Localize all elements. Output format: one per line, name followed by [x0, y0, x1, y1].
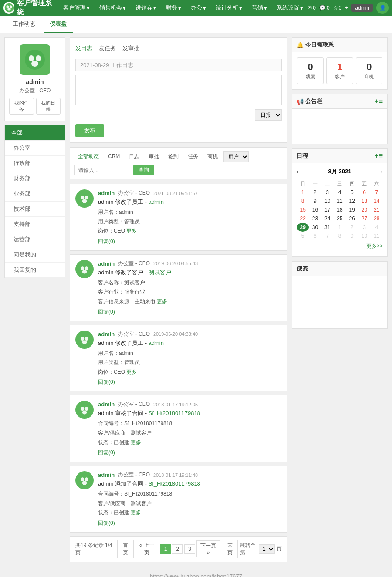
- msg-icon[interactable]: 💬 0: [319, 5, 330, 11]
- post-content-textarea[interactable]: [75, 75, 282, 105]
- calendar-day[interactable]: 11: [371, 232, 383, 240]
- calendar-day[interactable]: 5: [346, 188, 358, 197]
- calendar-day[interactable]: 4: [371, 223, 383, 232]
- post-type-select[interactable]: 日报 周报 月报: [255, 109, 282, 121]
- post-submit-button[interactable]: 发布: [75, 124, 104, 137]
- calendar-day[interactable]: 11: [334, 197, 346, 206]
- sidebar-item-business[interactable]: 业务部: [5, 186, 65, 202]
- activity-link[interactable]: Sf_Ht201801179818: [149, 410, 200, 416]
- activity-link[interactable]: admin: [149, 340, 164, 346]
- calendar-day[interactable]: 28: [371, 214, 383, 223]
- calendar-day[interactable]: 31: [321, 223, 334, 232]
- activity-more-link[interactable]: 更多: [157, 298, 167, 304]
- nav-item-finance[interactable]: 财务 ▾: [162, 0, 186, 16]
- page-2-button[interactable]: 2: [172, 544, 183, 554]
- last-page-button[interactable]: 末页: [222, 540, 238, 558]
- sidebar-item-mine[interactable]: 同是我的: [5, 247, 65, 263]
- nav-item-settings[interactable]: 系统设置 ▾: [272, 0, 308, 16]
- calendar-day[interactable]: 2: [309, 188, 321, 197]
- calendar-day[interactable]: 4: [334, 188, 346, 197]
- post-tab-task[interactable]: 发任务: [99, 43, 116, 54]
- calendar-day[interactable]: 23: [309, 214, 321, 223]
- calendar-day[interactable]: 8: [334, 232, 346, 240]
- calendar-day[interactable]: 13: [358, 197, 370, 206]
- calendar-day[interactable]: 3: [321, 188, 334, 197]
- calendar-more-link[interactable]: 更多>>: [366, 243, 383, 249]
- post-tab-approval[interactable]: 发审批: [122, 43, 139, 54]
- calendar-day[interactable]: 26: [346, 214, 358, 223]
- page-3-button[interactable]: 3: [184, 544, 195, 554]
- calendar-day[interactable]: 6: [309, 232, 321, 240]
- calendar-prev-button[interactable]: ‹: [297, 168, 299, 175]
- sidebar-item-replied[interactable]: 我回复的: [5, 263, 65, 278]
- prev-page-button[interactable]: « 上一页: [135, 540, 159, 558]
- activity-reply-link[interactable]: 回复(0): [98, 308, 115, 316]
- activity-more-link[interactable]: 更多: [126, 228, 137, 234]
- tab-dashboard[interactable]: 仪表盘: [44, 16, 73, 33]
- filter-tag-checkin[interactable]: 签到: [165, 152, 182, 162]
- nav-item-crm[interactable]: 客户管理 ▾: [59, 0, 94, 16]
- activity-reply-link[interactable]: 回复(0): [98, 449, 115, 456]
- calendar-day[interactable]: 15: [297, 206, 309, 214]
- sidebar-item-finance[interactable]: 财务部: [5, 171, 65, 186]
- activity-reply-link[interactable]: 回复(0): [98, 238, 115, 245]
- calendar-day[interactable]: 3: [358, 223, 370, 232]
- calendar-next-button[interactable]: ›: [381, 168, 383, 175]
- notice-add-button[interactable]: +≡: [375, 98, 383, 105]
- filter-user-select[interactable]: 用户: [223, 151, 249, 162]
- post-date-input[interactable]: [75, 59, 282, 71]
- calendar-day[interactable]: 27: [358, 214, 370, 223]
- admin-button[interactable]: admin: [351, 4, 373, 12]
- calendar-add-button[interactable]: +≡: [375, 152, 383, 160]
- calendar-day[interactable]: 8: [297, 197, 309, 206]
- calendar-day[interactable]: 16: [309, 206, 321, 214]
- sidebar-item-admin[interactable]: 行政部: [5, 156, 65, 171]
- calendar-day[interactable]: 19: [346, 206, 358, 214]
- nav-item-office[interactable]: 办公 ▾: [186, 0, 210, 16]
- app-logo[interactable]: 客户管理系统: [3, 0, 54, 17]
- filter-tag-diary[interactable]: 日志: [125, 152, 143, 162]
- calendar-day[interactable]: 22: [297, 214, 309, 223]
- activity-reply-link[interactable]: 回复(0): [98, 378, 115, 386]
- filter-tag-task[interactable]: 任务: [184, 152, 202, 162]
- calendar-day[interactable]: 5: [297, 232, 309, 240]
- filter-tag-all[interactable]: 全部动态: [74, 152, 102, 162]
- filter-search-button[interactable]: 查询: [133, 165, 154, 175]
- activity-more-link[interactable]: 更多: [126, 369, 137, 375]
- filter-tag-opportunity[interactable]: 商机: [204, 152, 221, 162]
- calendar-day[interactable]: 29: [297, 223, 309, 232]
- filter-tag-crm[interactable]: CRM: [105, 152, 123, 162]
- sidebar-item-office[interactable]: 办公室: [5, 141, 65, 156]
- calendar-day[interactable]: 1: [334, 223, 346, 232]
- my-schedule-button[interactable]: 我的日程: [36, 98, 61, 115]
- activity-reply-link[interactable]: 回复(0): [98, 520, 115, 527]
- calendar-day[interactable]: 17: [321, 206, 334, 214]
- page-goto-select[interactable]: 1: [259, 544, 275, 554]
- nav-item-inventory[interactable]: 进销存 ▾: [131, 0, 161, 16]
- activity-link[interactable]: 测试客户: [149, 269, 171, 276]
- nav-item-sales[interactable]: 销售机会 ▾: [95, 0, 130, 16]
- my-tasks-button[interactable]: 我的任务: [9, 98, 34, 115]
- calendar-day[interactable]: 25: [334, 214, 346, 223]
- sidebar-item-all[interactable]: 全部: [5, 125, 65, 141]
- nav-item-stats[interactable]: 统计分析 ▾: [211, 0, 247, 16]
- page-1-button[interactable]: 1: [160, 544, 171, 554]
- calendar-day[interactable]: 30: [309, 223, 321, 232]
- tab-work-activity[interactable]: 工作动态: [7, 16, 41, 33]
- add-icon[interactable]: +: [345, 5, 348, 11]
- mail-icon[interactable]: ✉ 0: [308, 5, 316, 11]
- calendar-day[interactable]: 1: [297, 188, 309, 197]
- calendar-day[interactable]: 14: [371, 197, 383, 206]
- star-icon[interactable]: ☆ 0: [333, 5, 342, 11]
- calendar-day[interactable]: 2: [346, 223, 358, 232]
- sidebar-item-ops[interactable]: 运营部: [5, 232, 65, 247]
- calendar-day[interactable]: 18: [334, 206, 346, 214]
- calendar-day[interactable]: 9: [309, 197, 321, 206]
- stat-box-opportunities[interactable]: 0 商机: [356, 57, 382, 84]
- sidebar-item-tech[interactable]: 技术部: [5, 202, 65, 217]
- calendar-day[interactable]: 10: [358, 232, 370, 240]
- first-page-button[interactable]: 首页: [117, 540, 133, 558]
- calendar-day[interactable]: 10: [321, 197, 334, 206]
- calendar-day[interactable]: 21: [371, 206, 383, 214]
- calendar-day[interactable]: 9: [346, 232, 358, 240]
